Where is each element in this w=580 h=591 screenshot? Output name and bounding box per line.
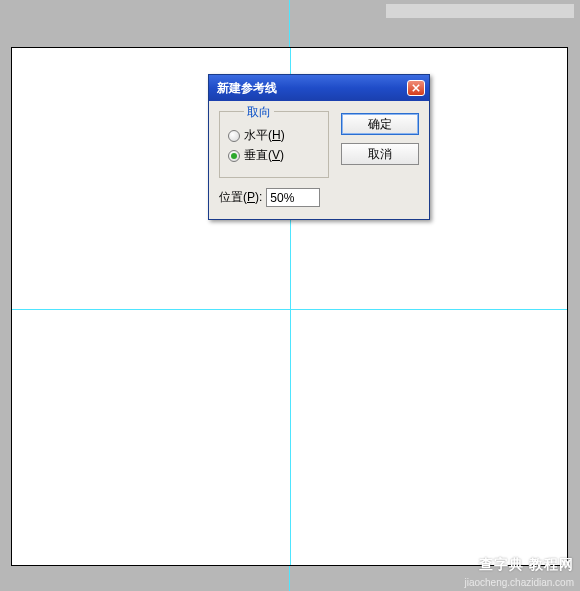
close-button[interactable] bbox=[407, 80, 425, 96]
watermark-url: jiaocheng.chazidian.com bbox=[464, 577, 574, 588]
radio-vertical-label: 垂直(V) bbox=[244, 147, 284, 164]
dialog-right-column: 确定 取消 bbox=[341, 113, 419, 165]
toolbar-placeholder bbox=[386, 4, 574, 18]
watermark-text: 查字典 教程网 bbox=[479, 556, 574, 574]
position-input[interactable] bbox=[266, 188, 320, 207]
ok-button[interactable]: 确定 bbox=[341, 113, 419, 135]
new-guide-dialog: 新建参考线 取向 水平(H) 垂直(V) 位置(P): bbox=[208, 74, 430, 220]
orientation-fieldset: 取向 水平(H) 垂直(V) bbox=[219, 111, 329, 178]
radio-horizontal-row[interactable]: 水平(H) bbox=[228, 127, 320, 144]
position-row: 位置(P): bbox=[219, 188, 331, 207]
position-label: 位置(P): bbox=[219, 189, 262, 206]
dialog-body: 取向 水平(H) 垂直(V) 位置(P): 确定 取消 bbox=[209, 101, 429, 219]
close-icon bbox=[412, 84, 420, 92]
fieldset-legend: 取向 bbox=[244, 104, 274, 121]
radio-horizontal[interactable] bbox=[228, 130, 240, 142]
radio-horizontal-label: 水平(H) bbox=[244, 127, 285, 144]
cancel-button[interactable]: 取消 bbox=[341, 143, 419, 165]
dialog-left-column: 取向 水平(H) 垂直(V) 位置(P): bbox=[219, 111, 331, 207]
dialog-title: 新建参考线 bbox=[217, 80, 277, 97]
radio-vertical[interactable] bbox=[228, 150, 240, 162]
radio-vertical-row[interactable]: 垂直(V) bbox=[228, 147, 320, 164]
dialog-titlebar[interactable]: 新建参考线 bbox=[209, 75, 429, 101]
